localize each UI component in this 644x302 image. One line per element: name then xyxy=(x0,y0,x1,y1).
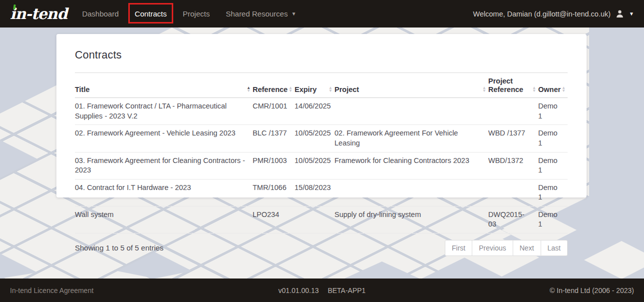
cell-project_reference: WBD /1377 xyxy=(488,125,538,152)
user-dropdown-caret-icon: ▼ xyxy=(629,11,634,16)
cell-expiry: 15/08/2023 xyxy=(295,179,334,206)
column-header-label: Project xyxy=(334,86,359,94)
sort-icon: ▲▼ xyxy=(482,86,486,92)
cell-title: Wall system xyxy=(75,206,253,233)
contracts-table-header: Title▲▼Reference▲▼Expiry▲▼Project▲▼Proje… xyxy=(75,73,568,98)
logo-text: in-tend xyxy=(10,5,67,22)
column-header-expiry[interactable]: Expiry▲▼ xyxy=(295,73,334,98)
cell-expiry xyxy=(295,206,334,233)
cell-owner: Demo 1 xyxy=(538,206,568,233)
cell-reference: BLC /1377 xyxy=(253,125,295,152)
column-header-owner[interactable]: Owner▲▼ xyxy=(538,73,568,98)
column-header-label: Owner xyxy=(538,86,561,94)
entries-summary: Showing 1 to 5 of 5 entries xyxy=(75,244,164,252)
nav-item-label: Contracts xyxy=(135,10,167,18)
sort-icon: ▲▼ xyxy=(532,86,536,92)
page-background: Contracts Title▲▼Reference▲▼Expiry▲▼Proj… xyxy=(0,28,644,278)
table-row[interactable]: 03. Framework Agreement for Cleaning Con… xyxy=(75,152,568,179)
page-title: Contracts xyxy=(75,49,568,62)
pagination: FirstPreviousNextLast xyxy=(445,240,568,256)
cell-expiry: 10/05/2025 xyxy=(295,152,334,179)
pagination-first-button[interactable]: First xyxy=(445,240,472,256)
cell-owner: Demo 1 xyxy=(538,98,568,125)
table-row[interactable]: 04. Contract for I.T Hardware - 2023TMR/… xyxy=(75,179,568,206)
table-row[interactable]: 01. Framework Contract / LTA - Pharmaceu… xyxy=(75,98,568,125)
nav-item-contracts[interactable]: Contracts xyxy=(127,0,175,28)
cell-project: 02. Framework Agreement For Vehicle Leas… xyxy=(334,125,488,152)
version-info: v01.01.00.13 BETA-APP1 xyxy=(0,286,644,294)
nav-item-label: Projects xyxy=(183,10,210,18)
dropdown-caret-icon: ▼ xyxy=(291,11,296,16)
cell-title: 02. Framework Agreement - Vehicle Leasin… xyxy=(75,125,253,152)
welcome-text: Welcome, Damian (d.gillott@in-tend.co.uk… xyxy=(473,10,611,18)
sort-icon: ▲▼ xyxy=(289,86,293,92)
cell-expiry: 10/05/2025 xyxy=(295,125,334,152)
cell-owner: Demo 1 xyxy=(538,179,568,206)
column-header-project[interactable]: Project▲▼ xyxy=(334,73,488,98)
contracts-card: Contracts Title▲▼Reference▲▼Expiry▲▼Proj… xyxy=(56,34,587,198)
cell-expiry: 14/06/2025 xyxy=(295,98,334,125)
cell-project_reference xyxy=(488,98,538,125)
column-header-title[interactable]: Title▲▼ xyxy=(75,73,253,98)
cell-project_reference: DWQ2015-03 xyxy=(488,206,538,233)
app-name: BETA-APP1 xyxy=(327,286,365,294)
user-icon xyxy=(616,10,624,18)
nav-item-shared-resources[interactable]: Shared Resources▼ xyxy=(218,0,304,28)
intend-logo[interactable]: in-tend xyxy=(9,0,67,28)
column-header-label: Title xyxy=(75,86,90,94)
nav-item-dashboard[interactable]: Dashboard xyxy=(74,0,126,28)
cell-title: 03. Framework Agreement for Cleaning Con… xyxy=(75,152,253,179)
cell-reference: LPO234 xyxy=(253,206,295,233)
cell-project: Supply of dry-lining system xyxy=(334,206,488,233)
column-header-label: Expiry xyxy=(295,86,317,94)
cell-project_reference xyxy=(488,179,538,206)
pagination-last-button[interactable]: Last xyxy=(541,240,568,256)
table-footer: Showing 1 to 5 of 5 entries FirstPreviou… xyxy=(75,240,568,256)
sort-icon: ▲▼ xyxy=(247,86,251,92)
version-number: v01.01.00.13 xyxy=(279,286,319,294)
contracts-tbody: 01. Framework Contract / LTA - Pharmaceu… xyxy=(75,98,568,234)
copyright-text: © In-tend Ltd (2006 - 2023) xyxy=(550,286,634,294)
column-header-reference[interactable]: Reference▲▼ xyxy=(253,73,295,98)
user-menu[interactable]: Welcome, Damian (d.gillott@in-tend.co.uk… xyxy=(473,10,634,18)
nav-menu: DashboardContractsProjectsShared Resourc… xyxy=(74,0,304,28)
pagination-previous-button[interactable]: Previous xyxy=(472,240,513,256)
cell-reference: PMR/1003 xyxy=(253,152,295,179)
cell-reference: CMR/1001 xyxy=(253,98,295,125)
cell-title: 01. Framework Contract / LTA - Pharmaceu… xyxy=(75,98,253,125)
nav-item-projects[interactable]: Projects xyxy=(175,0,218,28)
cell-project xyxy=(334,179,488,206)
cell-owner: Demo 1 xyxy=(538,125,568,152)
navbar: in-tend DashboardContractsProjectsShared… xyxy=(0,0,644,28)
cell-project_reference: WBD/1372 xyxy=(488,152,538,179)
licence-agreement-link[interactable]: In-tend Licence Agreement xyxy=(10,286,93,294)
pagination-next-button[interactable]: Next xyxy=(513,240,541,256)
cell-project xyxy=(334,98,488,125)
sort-icon: ▲▼ xyxy=(328,86,332,92)
cell-title: 04. Contract for I.T Hardware - 2023 xyxy=(75,179,253,206)
nav-item-label: Dashboard xyxy=(82,10,118,18)
footer: In-tend Licence Agreement v01.01.00.13 B… xyxy=(0,278,644,302)
cell-project: Framework for Cleaning Contractors 2023 xyxy=(334,152,488,179)
sort-icon: ▲▼ xyxy=(562,86,566,92)
nav-item-label: Shared Resources xyxy=(226,10,288,18)
table-row[interactable]: Wall systemLPO234Supply of dry-lining sy… xyxy=(75,206,568,233)
table-row[interactable]: 02. Framework Agreement - Vehicle Leasin… xyxy=(75,125,568,152)
cell-reference: TMR/1066 xyxy=(253,179,295,206)
column-header-label: Reference xyxy=(253,86,288,94)
column-header-project-reference[interactable]: Project Reference▲▼ xyxy=(488,73,538,98)
cell-owner: Demo 1 xyxy=(538,152,568,179)
contracts-table: Title▲▼Reference▲▼Expiry▲▼Project▲▼Proje… xyxy=(75,72,568,234)
column-header-label: Project Reference xyxy=(488,77,523,94)
